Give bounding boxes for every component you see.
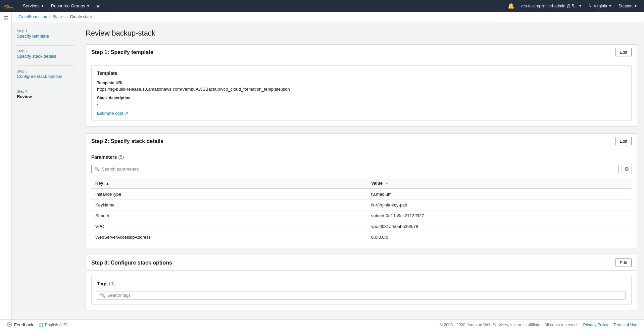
account-menu[interactable]: vcp-testing-limited-admin @ 5... ▼ <box>517 0 585 12</box>
step2-section-title: Step 2: Specify stack details <box>91 138 163 144</box>
step3-section: Step 3: Configure stack options Edit Tag… <box>86 255 637 310</box>
step2-edit-button[interactable]: Edit <box>615 137 632 145</box>
param-key-3: VPC <box>91 221 367 232</box>
step-4-title: Review <box>17 94 74 99</box>
table-row: WebServerAccessIpAddress 0.0.0.0/0 <box>91 232 632 243</box>
top-navigation: aws Services ▼ Resource Groups ▼ ★ 🔔 vcp… <box>0 0 644 12</box>
wizard-layout: Step 1 Specify template Step 2 Specify s… <box>12 22 644 330</box>
region-menu[interactable]: N. Virginia ▼ <box>585 0 615 12</box>
tags-title: Tags (0) <box>97 281 626 286</box>
step-1-title[interactable]: Specify template <box>17 34 74 39</box>
parameters-search-input[interactable] <box>102 167 616 172</box>
footer-right: © 2008 - 2020, Amazon Web Services, Inc.… <box>440 323 637 327</box>
template-subsection-title: Template <box>97 70 626 76</box>
step-3-label: Step 3 <box>17 69 74 73</box>
key-sort-icon: ▲ <box>106 182 109 185</box>
step-divider-1 <box>17 45 74 46</box>
step2-section-body: Parameters (5) 🔍 ⚙ <box>86 149 637 248</box>
external-link-icon: ↗ <box>125 111 128 116</box>
param-key-4: WebServerAccessIpAddress <box>91 232 367 243</box>
template-url-value: https://sg-build-release.s3.amazonaws.co… <box>97 87 626 92</box>
parameters-table: Key ▲ Value ▼ I <box>91 178 632 242</box>
step-4-label: Step 4 <box>17 89 74 93</box>
parameters-count: (5) <box>118 154 124 160</box>
content-area: CloudFormation › Stacks › Create stack S… <box>12 12 644 330</box>
parameters-search-wrapper: 🔍 ⚙ <box>91 164 632 174</box>
step1-section-title: Step 1: Specify template <box>91 49 153 55</box>
parameters-heading: Parameters (5) <box>91 154 632 160</box>
param-value-1: N-Virginia-key-pair <box>367 200 632 210</box>
resource-groups-chevron-icon: ▼ <box>87 4 90 8</box>
param-value-0: t3.medium <box>367 189 632 200</box>
footer: 💬 Feedback 🌐 English (US) © 2008 - 2020,… <box>0 319 644 330</box>
estimate-cost-link[interactable]: Estimate cost ↗ <box>97 111 128 116</box>
globe-icon: 🌐 <box>39 323 44 327</box>
template-subsection: Template Template URL https://sg-build-r… <box>91 65 632 121</box>
table-row: KeyName N-Virginia-key-pair <box>91 200 632 210</box>
aws-logo[interactable]: aws <box>3 2 16 10</box>
notifications-icon[interactable]: 🔔 <box>505 3 517 9</box>
sidebar-toggle-button[interactable]: ☰ <box>3 15 8 21</box>
svg-point-1 <box>6 7 14 9</box>
breadcrumb-separator-2: › <box>66 14 68 19</box>
value-column-header[interactable]: Value ▼ <box>367 178 632 189</box>
breadcrumb-separator-1: › <box>49 14 50 19</box>
step-1-label: Step 1 <box>17 29 74 33</box>
search-icon: 🔍 <box>94 167 100 172</box>
terms-of-use-link[interactable]: Terms of Use <box>613 323 637 327</box>
stack-description-value: - <box>97 102 626 107</box>
table-row: Subnet subnet-0d11a9cc2112ff927 <box>91 210 632 221</box>
parameters-settings-button[interactable]: ⚙ <box>622 164 632 174</box>
main-layout: ☰ CloudFormation › Stacks › Create stack… <box>0 12 644 330</box>
step-divider-2 <box>17 65 74 66</box>
step-3: Step 3 Configure stack options <box>17 69 74 79</box>
table-row: InstanceType t3.medium <box>91 189 632 200</box>
param-key-2: Subnet <box>91 210 367 221</box>
stack-description-label: Stack description <box>97 96 626 100</box>
step-3-title[interactable]: Configure stack options <box>17 74 74 79</box>
right-navigation: 🔔 vcp-testing-limited-admin @ 5... ▼ N. … <box>505 0 641 12</box>
wizard-main: Review backup-stack Step 1: Specify temp… <box>79 22 644 330</box>
step-2-title[interactable]: Specify stack details <box>17 54 74 59</box>
account-chevron-icon: ▼ <box>579 4 582 8</box>
feedback-button[interactable]: 💬 Feedback <box>7 322 33 327</box>
param-value-4: 0.0.0.0/0 <box>367 232 632 243</box>
breadcrumb-current: Create stack <box>70 14 92 19</box>
param-value-2: subnet-0d11a9cc2112ff927 <box>367 210 632 221</box>
step3-section-body: Tags (0) 🔍 <box>86 271 637 310</box>
tags-subsection: Tags (0) 🔍 <box>91 276 632 304</box>
favorites-icon[interactable]: ★ <box>93 3 103 9</box>
step3-section-title: Step 3: Configure stack options <box>91 260 172 266</box>
step1-section-body: Template Template URL https://sg-build-r… <box>86 60 637 126</box>
svg-text:aws: aws <box>4 4 9 7</box>
step-2: Step 2 Specify stack details <box>17 49 74 59</box>
region-chevron-icon: ▼ <box>608 4 612 8</box>
template-url-label: Template URL <box>97 81 626 85</box>
tags-search-box[interactable]: 🔍 <box>97 291 626 299</box>
support-chevron-icon: ▼ <box>634 4 637 8</box>
step3-section-header: Step 3: Configure stack options Edit <box>86 255 637 271</box>
breadcrumb-cloudformation[interactable]: CloudFormation <box>18 14 47 19</box>
step1-section: Step 1: Specify template Edit Template T… <box>86 44 637 127</box>
step3-edit-button[interactable]: Edit <box>615 258 632 267</box>
tags-search-input[interactable] <box>107 293 623 298</box>
param-key-0: InstanceType <box>91 189 367 200</box>
step1-section-header: Step 1: Specify template Edit <box>86 45 637 60</box>
breadcrumb-stacks[interactable]: Stacks <box>52 14 64 19</box>
privacy-policy-link[interactable]: Privacy Policy <box>583 323 608 327</box>
feedback-icon: 💬 <box>7 322 12 327</box>
step2-section: Step 2: Specify stack details Edit Param… <box>86 133 637 248</box>
param-value-3: vpc-0081af505ba39f578 <box>367 221 632 232</box>
left-sidebar: ☰ <box>0 12 12 330</box>
services-menu[interactable]: Services ▼ <box>19 0 48 12</box>
services-chevron-icon: ▼ <box>41 4 44 8</box>
step-divider-3 <box>17 86 74 86</box>
parameters-search-box[interactable]: 🔍 <box>91 165 619 173</box>
step1-edit-button[interactable]: Edit <box>615 48 632 56</box>
language-selector[interactable]: 🌐 English (US) <box>39 323 67 327</box>
support-menu[interactable]: Support ▼ <box>615 0 641 12</box>
steps-sidebar: Step 1 Specify template Step 2 Specify s… <box>12 22 79 330</box>
step2-section-header: Step 2: Specify stack details Edit <box>86 134 637 149</box>
key-column-header[interactable]: Key ▲ <box>91 178 367 189</box>
resource-groups-menu[interactable]: Resource Groups ▼ <box>48 0 93 12</box>
